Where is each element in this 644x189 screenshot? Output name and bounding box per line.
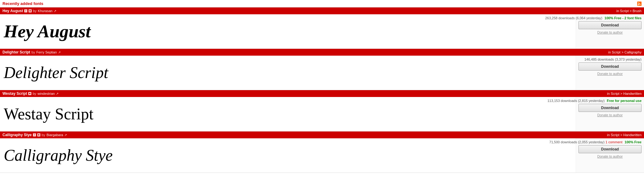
external-link-icon: ↗ bbox=[58, 51, 61, 54]
free-label: Free for personal use bbox=[607, 99, 642, 103]
font-icon-2: ■ bbox=[37, 133, 40, 136]
external-link-icon: ↗ bbox=[56, 92, 58, 95]
download-button[interactable]: Download bbox=[578, 62, 642, 71]
font-name[interactable]: Westay Script bbox=[2, 91, 27, 96]
font-category: in Script > Calligraphy bbox=[608, 50, 642, 54]
font-by: by bbox=[42, 133, 45, 137]
font-icon-1: i bbox=[33, 133, 36, 136]
font-by: by bbox=[33, 92, 36, 95]
font-entry-westay-script: Westay Script ■ by windestrian ↗ in Scri… bbox=[0, 90, 644, 131]
font-author[interactable]: Ferry Septian bbox=[36, 50, 57, 54]
page-header: Recently added fonts bbox=[0, 0, 644, 7]
font-downloads-info: 146,485 downloads (3,373 yesterday) bbox=[584, 58, 642, 61]
downloads-count: 113,153 downloads (2,815 yesterday) bbox=[547, 99, 605, 103]
font-preview-text: Westay Script bbox=[4, 104, 572, 124]
donate-button[interactable]: Donate to author bbox=[578, 113, 642, 117]
font-meta-area: 71,500 downloads (2,055 yesterday) 1 com… bbox=[576, 138, 644, 173]
font-content: Delighter Script 146,485 downloads (3,37… bbox=[0, 56, 644, 90]
font-by: by bbox=[33, 9, 37, 13]
page-title: Recently added fonts bbox=[2, 1, 43, 6]
comments-link[interactable]: 1 comment bbox=[605, 140, 622, 144]
downloads-count: 146,485 downloads (3,373 yesterday) bbox=[584, 58, 642, 61]
font-content: Hey August 263,258 downloads (6,064 yest… bbox=[0, 14, 644, 48]
font-meta-area: 146,485 downloads (3,373 yesterday) Down… bbox=[576, 56, 644, 90]
font-author[interactable]: windestrian bbox=[38, 92, 55, 95]
donate-button[interactable]: Donate to author bbox=[578, 154, 642, 158]
rss-icon[interactable] bbox=[637, 2, 642, 6]
donate-button[interactable]: Donate to author bbox=[578, 30, 642, 34]
font-entry-calligraphy-stye: Calligraphy Stye i ■ by Biargabara ↗ in … bbox=[0, 131, 644, 173]
font-preview-text: Hey August bbox=[4, 21, 572, 42]
font-name[interactable]: Calligraphy Stye bbox=[2, 133, 32, 137]
font-preview-text: Calligraphy Stye bbox=[4, 146, 572, 165]
font-downloads-info: 113,153 downloads (2,815 yesterday) Free… bbox=[547, 99, 642, 103]
font-by: by bbox=[31, 50, 35, 54]
font-author[interactable]: Biargabara bbox=[47, 133, 63, 137]
font-preview-area: Hey August bbox=[0, 14, 576, 48]
font-content: Westay Script 113,153 downloads (2,815 y… bbox=[0, 97, 644, 131]
font-bar: Delighter Script by Ferry Septian ↗ in S… bbox=[0, 49, 644, 56]
font-icon-2: ■ bbox=[29, 9, 32, 12]
free-label: 100% Free - 2 font files bbox=[605, 16, 642, 20]
download-button[interactable]: Download bbox=[578, 21, 642, 29]
font-preview-area: Calligraphy Stye bbox=[0, 138, 576, 173]
font-name[interactable]: Delighter Script bbox=[2, 50, 30, 54]
font-preview-area: Delighter Script bbox=[0, 56, 576, 90]
font-author[interactable]: Khurasan bbox=[38, 9, 52, 13]
svg-point-1 bbox=[638, 4, 639, 5]
external-link-icon: ↗ bbox=[64, 133, 67, 137]
font-bar: Westay Script ■ by windestrian ↗ in Scri… bbox=[0, 90, 644, 97]
font-entry-hey-august: Hey August i ■ by Khurasan ↗ in Script >… bbox=[0, 7, 644, 49]
download-button[interactable]: Download bbox=[578, 104, 642, 112]
downloads-count: 71,500 downloads (2,055 yesterday) bbox=[549, 140, 605, 144]
font-bar: Calligraphy Stye i ■ by Biargabara ↗ in … bbox=[0, 131, 644, 138]
font-meta-area: 113,153 downloads (2,815 yesterday) Free… bbox=[576, 97, 644, 131]
font-category: in Script > Brush bbox=[616, 9, 642, 13]
external-link-icon: ↗ bbox=[54, 9, 56, 13]
font-category: in Script > Handwritten bbox=[607, 92, 642, 95]
font-downloads-info: 263,258 downloads (6,064 yesterday) 100%… bbox=[545, 16, 642, 20]
free-label: 100% Free bbox=[625, 140, 642, 144]
font-bar-left: Calligraphy Stye i ■ by Biargabara ↗ bbox=[2, 133, 67, 137]
downloads-count: 263,258 downloads (6,064 yesterday) bbox=[545, 16, 602, 20]
donate-button[interactable]: Donate to author bbox=[578, 72, 642, 76]
font-name[interactable]: Hey August bbox=[2, 9, 23, 13]
font-bar-left: Westay Script ■ by windestrian ↗ bbox=[2, 91, 58, 96]
font-list: Hey August i ■ by Khurasan ↗ in Script >… bbox=[0, 7, 644, 173]
font-icon-1: ■ bbox=[28, 92, 31, 95]
font-downloads-info: 71,500 downloads (2,055 yesterday) 1 com… bbox=[549, 140, 642, 144]
download-button[interactable]: Download bbox=[578, 145, 642, 153]
font-meta-area: 263,258 downloads (6,064 yesterday) 100%… bbox=[576, 14, 644, 48]
font-bar-left: Hey August i ■ by Khurasan ↗ bbox=[2, 9, 56, 13]
font-icon-1: i bbox=[24, 9, 27, 12]
font-preview-text: Delighter Script bbox=[4, 63, 572, 82]
font-category: in Script > Handwritten bbox=[607, 133, 642, 137]
font-preview-area: Westay Script bbox=[0, 97, 576, 131]
font-entry-delighter-script: Delighter Script by Ferry Septian ↗ in S… bbox=[0, 49, 644, 90]
font-bar-left: Delighter Script by Ferry Septian ↗ bbox=[2, 50, 61, 54]
font-bar: Hey August i ■ by Khurasan ↗ in Script >… bbox=[0, 7, 644, 14]
font-content: Calligraphy Stye 71,500 downloads (2,055… bbox=[0, 138, 644, 173]
